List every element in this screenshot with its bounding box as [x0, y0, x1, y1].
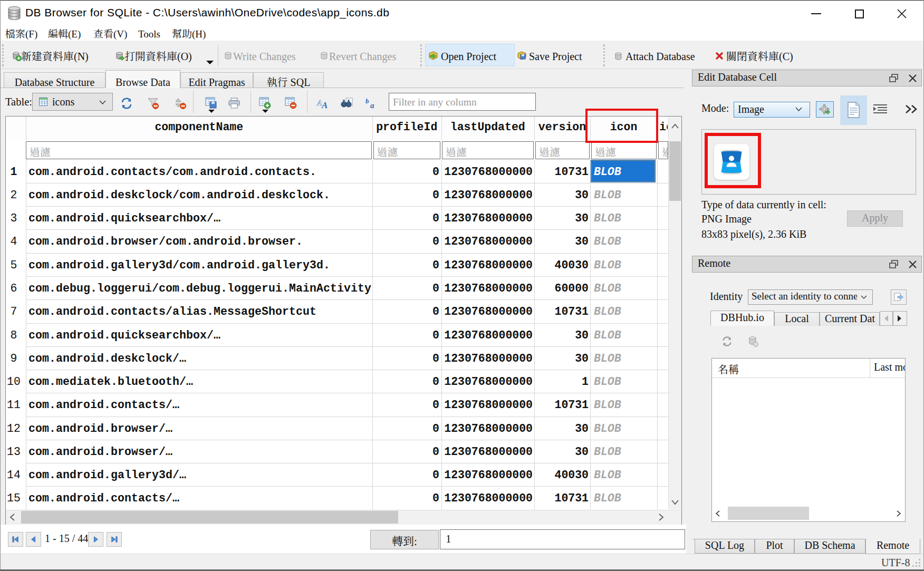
- svg-text:a: a: [370, 101, 374, 110]
- svg-text:b: b: [365, 97, 369, 105]
- svg-text:A: A: [321, 100, 328, 110]
